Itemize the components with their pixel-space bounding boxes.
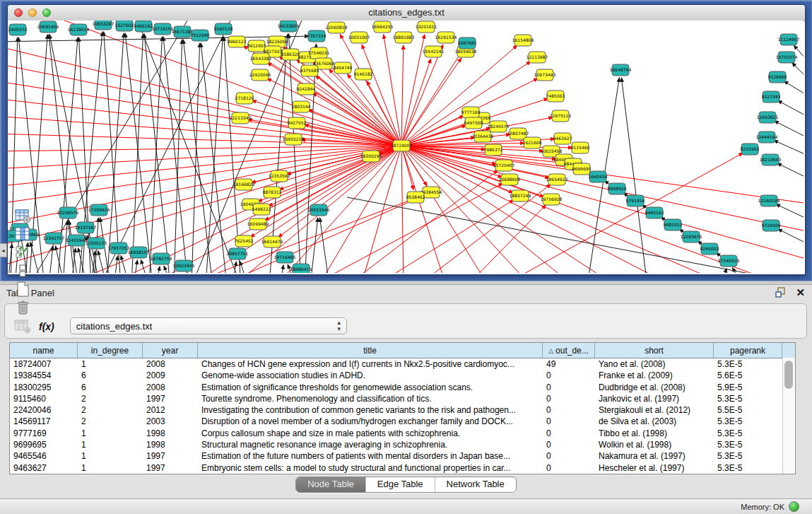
citation-edge-red[interactable] xyxy=(8,45,401,146)
column-header-name[interactable]: name xyxy=(10,343,78,358)
scrollbar-thumb[interactable] xyxy=(784,361,793,389)
citation-edge-red[interactable] xyxy=(401,45,443,146)
table-row[interactable]: 946362711997Embryonic stem cells: a mode… xyxy=(10,462,795,474)
rows-icon[interactable] xyxy=(13,261,32,279)
graph-node[interactable]: 12923445 xyxy=(173,260,195,271)
function-builder-button[interactable]: f(x) xyxy=(37,321,59,334)
column-header-title[interactable]: title xyxy=(198,343,543,358)
graph-node[interactable]: 9245003 xyxy=(700,243,719,255)
citation-edge-black[interactable] xyxy=(183,40,213,273)
graph-node[interactable]: 5498222 xyxy=(252,204,271,215)
graph-node[interactable]: 19197587 xyxy=(75,222,97,233)
graph-node[interactable]: 12093676 xyxy=(681,231,702,243)
graph-node[interactable]: 2718120 xyxy=(235,93,254,104)
graph-node[interactable]: 22420046 xyxy=(249,69,271,81)
citation-edge-black[interactable] xyxy=(784,81,804,95)
graph-node[interactable]: 11451945 xyxy=(66,235,88,246)
column-header-in_degree[interactable]: in_degree xyxy=(78,343,143,358)
citation-edge-black[interactable] xyxy=(156,267,160,273)
citation-edge-red[interactable] xyxy=(502,153,743,273)
graph-node[interactable]: 16261534 xyxy=(435,32,457,43)
citation-edge-black[interactable] xyxy=(778,100,804,116)
graph-node[interactable]: 7625402 xyxy=(235,235,254,247)
graph-node[interactable]: 7357224 xyxy=(307,30,326,42)
citation-edge-red[interactable] xyxy=(36,21,401,146)
citation-edge-black[interactable] xyxy=(320,218,329,273)
graph-node[interactable]: 6497568 xyxy=(464,117,483,129)
citation-edge-black[interactable] xyxy=(149,37,162,273)
graph-node[interactable]: 7485063 xyxy=(546,90,565,102)
graph-node[interactable]: 2405572 xyxy=(8,24,28,35)
graph-node[interactable]: 16033809 xyxy=(278,21,300,32)
graph-node[interactable]: 9375685 xyxy=(300,65,319,76)
graph-node[interactable]: 9481012 xyxy=(664,219,683,230)
citation-edge-red[interactable] xyxy=(252,100,401,146)
citation-edge-black[interactable] xyxy=(776,204,804,218)
graph-node[interactable]: 17359924 xyxy=(88,204,110,216)
table-row[interactable]: 1830029562008Estimation of significance … xyxy=(10,382,795,393)
graph-node[interactable]: 9115460 xyxy=(571,142,590,153)
citation-edge-black[interactable] xyxy=(621,78,647,273)
citation-edge-black[interactable] xyxy=(125,33,153,273)
column-header-pagerank[interactable]: pagerank xyxy=(714,343,782,358)
table-row[interactable]: 1456911722003Disruption of a novel membe… xyxy=(10,416,795,427)
table-row[interactable]: 911546021997Tourette syndrome. Phenomeno… xyxy=(10,393,795,404)
graph-node[interactable]: 17957253 xyxy=(108,243,130,254)
graph-node[interactable]: 20553346 xyxy=(308,204,330,216)
graph-node[interactable]: 16914479 xyxy=(261,236,283,247)
graph-node[interactable]: 13201611 xyxy=(416,21,437,33)
graph-node[interactable]: 18980415 xyxy=(290,264,312,273)
graph-node[interactable]: 8454749 xyxy=(334,62,353,74)
citation-edge-red[interactable] xyxy=(8,146,401,151)
graph-node[interactable]: 12213987 xyxy=(526,52,548,63)
graph-node[interactable]: 15955218 xyxy=(283,134,305,145)
graph-node[interactable]: 18245574 xyxy=(488,121,510,132)
graph-node[interactable]: 8960123 xyxy=(228,36,247,47)
graph-node[interactable]: 16210643 xyxy=(760,154,782,165)
table-row[interactable]: 2242004622012Investigating the contribut… xyxy=(10,404,795,416)
graph-node[interactable]: 10688609 xyxy=(499,174,521,185)
graph-node[interactable]: 20206576 xyxy=(57,207,79,218)
graph-node[interactable]: 9460162 xyxy=(645,207,664,218)
delete-table-icon[interactable] xyxy=(13,298,32,316)
graph-node[interactable]: 1621608 xyxy=(523,137,542,148)
graph-node[interactable]: 22060818 xyxy=(326,22,348,33)
graph-node[interactable]: 12353593 xyxy=(269,170,290,182)
graph-node[interactable]: 8427552 xyxy=(288,117,307,129)
graph-node[interactable]: 16648794 xyxy=(610,64,632,76)
graph-node[interactable]: 12975115 xyxy=(550,110,572,122)
graph-node[interactable]: 9538462 xyxy=(406,192,425,203)
graph-node[interactable]: 2087682 xyxy=(458,37,477,49)
graph-node[interactable]: 9129966 xyxy=(768,71,787,83)
graph-node[interactable]: 9463627 xyxy=(553,133,572,144)
select-columns-icon[interactable] xyxy=(13,243,32,261)
graph-node[interactable]: 17340529 xyxy=(718,255,740,267)
citation-edge-black[interactable] xyxy=(107,33,124,273)
graph-node[interactable]: 10973493 xyxy=(534,69,556,81)
graph-node[interactable]: 6791916 xyxy=(626,195,645,206)
graph-node[interactable]: 8215955 xyxy=(741,144,760,155)
citation-edge-black[interactable] xyxy=(164,266,172,273)
graph-node[interactable]: 15542141 xyxy=(423,46,445,57)
graph-node[interactable]: 18807249 xyxy=(510,190,531,201)
float-panel-icon[interactable] xyxy=(775,287,786,298)
graph-node[interactable]: 1640934 xyxy=(589,171,608,182)
graph-node[interactable]: 18300295 xyxy=(360,151,382,162)
graph-node[interactable]: 8958924 xyxy=(608,183,627,194)
graph-node[interactable]: 10051007 xyxy=(348,32,370,43)
citation-edge-black[interactable] xyxy=(775,121,804,137)
citation-edge-black[interactable] xyxy=(192,43,200,273)
graph-node[interactable]: 12213343 xyxy=(230,112,252,124)
graph-node[interactable]: 7512040 xyxy=(191,30,210,41)
graph-node[interactable]: 12505135 xyxy=(86,238,107,249)
graph-node[interactable]: 10653287 xyxy=(93,21,114,30)
graph-node[interactable]: 9160128 xyxy=(214,23,233,35)
citation-edge-black[interactable] xyxy=(778,229,804,243)
table-settings-icon[interactable] xyxy=(13,206,32,224)
graph-node[interactable]: 8186328 xyxy=(281,49,300,60)
graph-node[interactable]: 16154808 xyxy=(512,35,534,46)
graph-node[interactable]: 19861983 xyxy=(393,32,415,43)
graph-node[interactable]: 12444194 xyxy=(756,132,778,143)
citation-edge-red[interactable] xyxy=(401,45,404,146)
citation-edge-black[interactable] xyxy=(280,265,283,273)
